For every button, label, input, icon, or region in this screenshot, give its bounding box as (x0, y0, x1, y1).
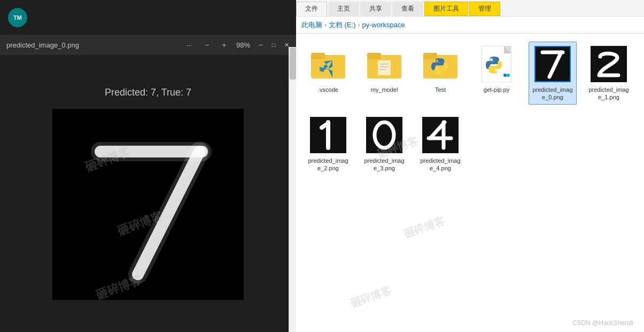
tab-picture-tools[interactable]: 图片工具 (424, 2, 468, 16)
toolbar-tabs: 文件 主页 共享 查看 图片工具 管理 (296, 0, 644, 16)
folder-vscode-icon (309, 45, 347, 83)
zoom-out-button[interactable]: − (203, 40, 212, 50)
minimize-button[interactable]: ─ (258, 42, 264, 48)
tab-view[interactable]: 查看 (392, 2, 423, 16)
png-2-icon (309, 116, 347, 154)
svg-rect-15 (423, 53, 437, 59)
file-item-predicted-1[interactable]: predicted_image_1.png (585, 42, 633, 105)
csdn-watermark: CSDN @HackShendi (572, 319, 633, 327)
svg-point-20 (507, 74, 510, 77)
tab-manage[interactable]: 管理 (469, 2, 500, 16)
digit-svg (52, 109, 244, 300)
more-options-button[interactable]: ··· (184, 40, 195, 50)
predicted-label: Predicted: 7, True: 7 (105, 87, 191, 98)
avatar: TM (8, 8, 27, 27)
viewer-controls: ··· − + 98% ─ □ ✕ (184, 40, 290, 50)
file-item-predicted-3[interactable]: predicted_image_3.png (360, 113, 408, 176)
file-label-vscode: .vscode (318, 86, 338, 93)
tab-share[interactable]: 共享 (360, 2, 391, 16)
folder-my-model-icon (365, 45, 404, 83)
viewer-filename: predicted_image_0.png (6, 41, 79, 49)
file-label-predicted-4: predicted_image_4.png (420, 157, 460, 172)
cn-watermark-3: 砸碎博客 (348, 283, 393, 311)
maximize-button[interactable]: □ (270, 42, 277, 48)
file-label-predicted-0: predicted_image_0.png (532, 86, 572, 101)
address-part-docs[interactable]: 文档 (E:) (329, 20, 356, 30)
file-label-get-pip: get-pip.py (484, 86, 509, 93)
file-label-predicted-1: predicted_image_1.png (588, 86, 629, 101)
zoom-level: 98% (236, 41, 250, 49)
file-item-my-model[interactable]: my_model (360, 42, 408, 105)
file-item-test[interactable]: Test (416, 42, 464, 105)
folder-test-icon (421, 45, 460, 83)
tab-file[interactable]: 文件 (296, 2, 327, 16)
png-1-icon (589, 45, 628, 83)
file-item-vscode[interactable]: .vscode (304, 42, 352, 105)
cn-watermark-2: 砸碎博客 (402, 214, 447, 242)
png-4-icon (421, 116, 460, 154)
address-bar: 此电脑 › 文档 (E:) › py-workspace (296, 17, 644, 34)
image-viewer: TM You predicted_image_0.png ··· − + 98%… (0, 0, 296, 332)
user-name: You (32, 12, 49, 23)
file-label-predicted-3: predicted_image_3.png (364, 157, 404, 172)
address-part-workspace[interactable]: py-workspace (362, 21, 405, 29)
zoom-in-button[interactable]: + (219, 40, 229, 50)
file-explorer: 文件 主页 共享 查看 图片工具 管理 此电脑 › 文档 (E:) › py-w… (296, 0, 644, 332)
svg-point-19 (503, 74, 507, 77)
svg-rect-10 (378, 60, 391, 75)
address-part-pc[interactable]: 此电脑 (301, 20, 322, 30)
file-item-get-pip[interactable]: get-pip.py (472, 42, 521, 105)
file-label-predicted-2: predicted_image_2.png (308, 157, 348, 172)
file-label-my-model: my_model (371, 86, 398, 93)
svg-rect-9 (367, 53, 381, 59)
python-file-icon (477, 45, 516, 83)
file-item-predicted-2[interactable]: predicted_image_2.png (304, 113, 352, 176)
png-3-icon (365, 116, 404, 154)
tab-home[interactable]: 主页 (328, 2, 359, 16)
file-item-predicted-4[interactable]: predicted_image_4.png (416, 113, 464, 176)
viewer-content: Predicted: 7, True: 7 砸碎博客 砸碎博客 (0, 55, 296, 332)
explorer-toolbar: 文件 主页 共享 查看 图片工具 管理 (296, 0, 644, 17)
mnist-image: 砸碎博客 砸碎博客 砸碎博客 (52, 109, 244, 300)
file-grid: .vscode my_model (296, 34, 644, 332)
window-buttons: ─ □ ✕ (258, 42, 290, 48)
png-preview-7 (534, 46, 571, 82)
file-item-predicted-0[interactable]: predicted_image_0.png (529, 42, 577, 105)
svg-rect-7 (311, 53, 325, 59)
file-label-test: Test (435, 86, 446, 93)
png-0-icon (533, 45, 572, 83)
viewer-titlebar: predicted_image_0.png ··· − + 98% ─ □ ✕ (0, 35, 296, 55)
svg-rect-31 (422, 117, 459, 153)
user-bar: TM You (0, 0, 296, 35)
